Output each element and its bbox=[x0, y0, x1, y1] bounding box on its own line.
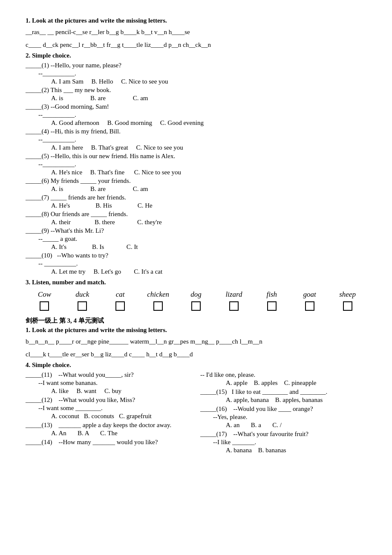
q1-choices: A. I am Sam B. Hello C. Nice to see you bbox=[51, 78, 366, 85]
box-7 bbox=[253, 301, 291, 312]
q17-choices: A. banana B. bananas bbox=[226, 447, 366, 454]
q2-num: (2) This ___ my new book. bbox=[42, 87, 111, 93]
animal-dog: dog bbox=[177, 290, 215, 299]
q17-sub: --I like _______. bbox=[213, 439, 366, 446]
q4: _____(4) --Hi, this is my friend, Bill. bbox=[26, 128, 366, 135]
q9-sub: --_____ a goat. bbox=[38, 235, 366, 243]
box-8 bbox=[291, 301, 329, 312]
q10-choices: A. Let me try B. Let's go C. It's a cat bbox=[51, 268, 366, 275]
section2-title: 2. Simple choice. bbox=[26, 52, 366, 59]
animal-labels: Cow duck cat chicken dog lizard fish goa… bbox=[26, 290, 366, 299]
q8-blank: _____ bbox=[26, 211, 42, 217]
box-5 bbox=[177, 301, 215, 312]
section4-row2: cl____k t____tle er__ser b__g liz____d c… bbox=[26, 349, 366, 360]
section4-row1: b__n__n__ p____r or__nge pine______ wate… bbox=[26, 336, 366, 347]
q10: _____(10) --Who wants to try? bbox=[26, 252, 366, 259]
q12-num: (12) --What would you like, Miss? bbox=[42, 396, 135, 403]
q2-blank: _____ bbox=[26, 87, 42, 93]
checkbox-4[interactable] bbox=[153, 301, 163, 311]
section1-row2: c____ d__ck penc__l r__bb__t fr__g t____… bbox=[26, 40, 366, 51]
divider-title: 剑桥一级上 第 3, 4 单元测试 bbox=[26, 317, 366, 325]
checkbox-9[interactable] bbox=[343, 301, 352, 311]
box-4 bbox=[139, 301, 177, 312]
box-6 bbox=[215, 301, 253, 312]
checkbox-3[interactable] bbox=[115, 301, 125, 311]
q4-num: (4) --Hi, this is my friend, Bill. bbox=[42, 128, 121, 135]
q4-sub: --__________. bbox=[38, 136, 366, 143]
animal-cow: Cow bbox=[26, 290, 63, 299]
animal-lizard: lizard bbox=[215, 290, 253, 299]
q1: _____(1) --Hello, your name, please? bbox=[26, 62, 366, 69]
q1-sub: --__________. bbox=[38, 70, 366, 77]
section3-title: 3. Listen, number and match. bbox=[26, 279, 366, 286]
q3-blank: _____ bbox=[26, 103, 42, 110]
q14: _____(14) --How many _______ would you l… bbox=[26, 439, 192, 446]
q13-blank: _____ bbox=[26, 422, 42, 428]
section5-title: 4. Simple choice. bbox=[26, 361, 366, 369]
q6-choices: A. is B. are C. am bbox=[51, 185, 366, 193]
q12-choices: A. coconut B. coconuts C. grapefruit bbox=[51, 413, 192, 420]
checkbox-7[interactable] bbox=[267, 301, 277, 311]
q14-num: (14) --How many _______ would you like? bbox=[42, 439, 158, 445]
q15-choices: A. apple, banana B. apples, bananas bbox=[226, 396, 366, 404]
checkbox-8[interactable] bbox=[305, 301, 314, 311]
q12: _____(12) --What would you like, Miss? bbox=[26, 396, 192, 404]
section1-row1: __ras__ __ pencil-c__se r__ler b__g b___… bbox=[26, 27, 366, 38]
q8-num: (8) Our friends are _____ friends. bbox=[42, 211, 128, 217]
q3: _____(3) --Good morning, Sam! bbox=[26, 103, 366, 110]
q3-choices: A. Good afternoon B. Good morning C. Goo… bbox=[51, 119, 366, 127]
q16: _____(16) --Would you like ____ orange? bbox=[200, 405, 366, 413]
box-3 bbox=[101, 301, 139, 312]
q11-right-choices: A. apple B. apples C. pineapple bbox=[226, 379, 366, 387]
q11: _____(11) --What would you_____, sir? bbox=[26, 371, 192, 379]
q13: _____(13) _______ apple a day keeps the … bbox=[26, 422, 192, 429]
checkbox-1[interactable] bbox=[40, 301, 49, 311]
q5-sub: --__________. bbox=[38, 161, 366, 168]
q15-num: (15) I like to eat ________ and ________… bbox=[216, 388, 328, 395]
q9-num: (9) --What's this Mr. Li? bbox=[42, 227, 104, 234]
q1-blank: _____ bbox=[26, 62, 42, 69]
q16-blank: _____ bbox=[200, 405, 216, 412]
q10-num: (10) --Who wants to try? bbox=[42, 252, 109, 259]
q6-num: (6) My friends _____ your friends. bbox=[42, 177, 131, 184]
right-col: -- I'd like one, please. A. apple B. app… bbox=[200, 371, 366, 455]
q15: _____(15) I like to eat ________ and ___… bbox=[200, 388, 366, 396]
checkbox-row bbox=[26, 301, 366, 312]
q9-blank: _____ bbox=[26, 227, 42, 234]
q11-choices: A. like B. want C. buy bbox=[51, 387, 192, 395]
q16-choices: A. an B. a C. / bbox=[226, 422, 366, 429]
q16-sub: --Yes, please. bbox=[213, 413, 366, 421]
animal-cat: cat bbox=[101, 290, 139, 299]
q17: _____(17) --What's your favourite fruit? bbox=[200, 431, 366, 438]
q5: _____(5) --Hello, this is our new friend… bbox=[26, 153, 366, 160]
q11-right: -- I'd like one, please. bbox=[200, 371, 366, 379]
q13-choices: A. An B. A C. The bbox=[51, 430, 192, 437]
q15-blank: _____ bbox=[200, 388, 216, 395]
section4-title: 1. Look at the pictures and write the mi… bbox=[26, 327, 366, 334]
q10-sub: -- __________. bbox=[38, 260, 366, 267]
q7: _____(7) _____ friends are her friends. bbox=[26, 194, 366, 201]
checkbox-5[interactable] bbox=[191, 301, 201, 311]
q9-choices: A. It's B. Is C. It bbox=[51, 243, 366, 251]
q11-blank: _____ bbox=[26, 371, 42, 378]
q7-choices: A. He's B. His C. He bbox=[51, 202, 366, 209]
animal-duck: duck bbox=[63, 290, 101, 299]
q17-num: (17) --What's your favourite fruit? bbox=[216, 431, 308, 437]
q5-num: (5) --Hello, this is our new friend. His… bbox=[42, 153, 176, 159]
q14-blank: _____ bbox=[26, 439, 42, 445]
q12-blank: _____ bbox=[26, 396, 42, 403]
q10-blank: _____ bbox=[26, 252, 42, 259]
checkbox-6[interactable] bbox=[229, 301, 239, 311]
q6-blank: _____ bbox=[26, 177, 42, 184]
animal-fish: fish bbox=[253, 290, 291, 299]
checkbox-2[interactable] bbox=[78, 301, 87, 311]
q3-num: (3) --Good morning, Sam! bbox=[42, 103, 109, 110]
q16-num: (16) --Would you like ____ orange? bbox=[216, 405, 313, 412]
q5-blank: _____ bbox=[26, 153, 42, 159]
q8: _____(8) Our friends are _____ friends. bbox=[26, 211, 366, 218]
q1-num: (1) --Hello, your name, please? bbox=[42, 62, 121, 69]
q2: _____(2) This ___ my new book. bbox=[26, 87, 366, 94]
section1-title: 1. Look at the pictures and write the mi… bbox=[26, 17, 366, 24]
q13-num: (13) _______ apple a day keeps the docto… bbox=[42, 422, 172, 428]
left-col: _____(11) --What would you_____, sir? --… bbox=[26, 371, 192, 455]
